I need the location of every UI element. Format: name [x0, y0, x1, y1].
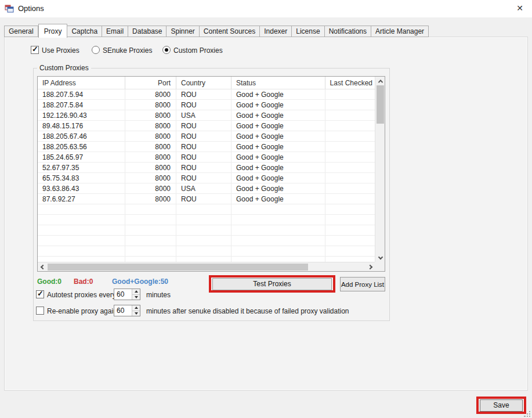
reenable-minutes-stepper[interactable]: 60: [114, 305, 140, 316]
tab-content-sources[interactable]: Content Sources: [200, 26, 260, 37]
table-cell-ip: 89.48.15.176: [38, 121, 125, 131]
horizontal-scroll-thumb[interactable]: [48, 264, 308, 271]
stepper-down-icon[interactable]: [132, 295, 140, 300]
stepper-down-icon[interactable]: [132, 311, 140, 316]
tab-license[interactable]: License: [292, 26, 324, 37]
add-proxy-list-button[interactable]: Add Proxy List: [340, 277, 385, 291]
table-cell-ip: [38, 204, 125, 214]
table-row: [38, 246, 375, 257]
vertical-scrollbar[interactable]: [375, 77, 385, 262]
table-cell-ip: 188.207.5.84: [38, 100, 125, 110]
table-cell-port: 8000: [125, 121, 176, 131]
senuke-radio[interactable]: [92, 46, 100, 54]
table-cell-ip: [38, 246, 125, 256]
reenable-checkbox[interactable]: [36, 307, 44, 315]
table-cell-country: ROU: [176, 131, 231, 141]
close-icon[interactable]: ✕: [508, 0, 532, 16]
vertical-scroll-thumb[interactable]: [377, 85, 384, 124]
column-header-last[interactable]: Last Checked: [325, 77, 375, 89]
table-cell-last: [325, 236, 375, 246]
column-header-ip[interactable]: IP Address: [38, 77, 125, 89]
table-cell-country: [176, 236, 231, 246]
column-header-country[interactable]: Country: [176, 77, 231, 89]
table-cell-port: 8000: [125, 131, 176, 141]
table-row[interactable]: 192.126.90.438000USAGood + Google: [38, 110, 375, 121]
table-row[interactable]: 188.207.5.848000ROUGood + Google: [38, 100, 375, 110]
table-cell-country: ROU: [176, 173, 231, 183]
tab-proxy[interactable]: Proxy: [38, 24, 68, 38]
proxy-table-body: 188.207.5.948000ROUGood + Google188.207.…: [38, 89, 375, 262]
table-row[interactable]: 87.6.92.278000ROUGood + Google: [38, 194, 375, 204]
table-cell-status: [231, 215, 325, 225]
table-cell-last: [325, 183, 375, 193]
autotest-suffix: minutes: [146, 291, 171, 299]
table-cell-last: [325, 246, 375, 256]
table-row[interactable]: 188.205.67.468000ROUGood + Google: [38, 131, 375, 142]
table-cell-last: [325, 215, 375, 225]
custom-radio[interactable]: [162, 46, 171, 54]
table-cell-last: [325, 100, 375, 110]
table-cell-country: USA: [176, 183, 231, 193]
table-cell-status: Good + Google: [231, 173, 325, 183]
app-icon: [5, 4, 14, 13]
table-cell-country: ROU: [176, 194, 231, 204]
tab-indexer[interactable]: Indexer: [260, 26, 292, 37]
column-header-status[interactable]: Status: [231, 77, 325, 89]
save-highlight: Save: [476, 397, 526, 414]
table-cell-ip: 185.24.65.97: [38, 152, 125, 162]
table-cell-ip: 192.126.90.43: [38, 110, 125, 120]
tab-article-manager[interactable]: Article Manager: [371, 26, 429, 37]
proxy-table: IP AddressPortCountryStatusLast Checked …: [37, 76, 385, 272]
column-header-port[interactable]: Port: [125, 77, 176, 89]
tab-notifications[interactable]: Notifications: [325, 26, 371, 37]
tab-email[interactable]: Email: [102, 26, 128, 37]
table-cell-status: Good + Google: [231, 152, 325, 162]
table-row[interactable]: 188.207.5.948000ROUGood + Google: [38, 89, 375, 100]
good-google-counter: Good+Google:50: [112, 278, 168, 286]
table-row[interactable]: 89.48.15.1768000ROUGood + Google: [38, 121, 375, 131]
scroll-right-icon[interactable]: [365, 262, 375, 271]
proxy-table-header: IP AddressPortCountryStatusLast Checked: [38, 77, 375, 89]
table-cell-status: Good + Google: [231, 142, 325, 152]
table-cell-ip: 52.67.97.35: [38, 163, 125, 172]
table-row[interactable]: 188.205.63.568000ROUGood + Google: [38, 142, 375, 152]
save-button[interactable]: Save: [480, 399, 523, 412]
table-cell-country: [176, 257, 231, 262]
resize-grip-icon[interactable]: [524, 410, 531, 417]
table-row[interactable]: 185.24.65.978000ROUGood + Google: [38, 152, 375, 163]
scroll-up-icon[interactable]: [375, 77, 385, 86]
table-cell-country: USA: [176, 110, 231, 120]
table-row[interactable]: 93.63.86.438000USAGood + Google: [38, 183, 375, 194]
tab-captcha[interactable]: Captcha: [67, 26, 102, 37]
scrollbar-corner: [375, 262, 385, 271]
table-row[interactable]: 52.67.97.358000ROUGood + Google: [38, 163, 375, 173]
senuke-proxies-label: SEnuke Proxies: [103, 46, 152, 55]
table-cell-port: [125, 204, 176, 214]
scroll-left-icon[interactable]: [38, 262, 48, 271]
use-proxies-checkbox[interactable]: [31, 46, 39, 54]
stepper-up-icon[interactable]: [132, 289, 140, 295]
tab-spinner[interactable]: Spinner: [167, 26, 199, 37]
table-cell-status: Good + Google: [231, 89, 325, 99]
table-cell-last: [325, 204, 375, 214]
stepper-up-icon[interactable]: [132, 305, 140, 311]
autotest-checkbox[interactable]: [36, 290, 44, 298]
horizontal-scrollbar[interactable]: [38, 262, 375, 271]
table-cell-status: Good + Google: [231, 100, 325, 110]
table-cell-country: ROU: [176, 100, 231, 110]
scroll-down-icon[interactable]: [375, 253, 385, 262]
table-cell-ip: [38, 257, 125, 262]
table-cell-status: Good + Google: [231, 194, 325, 204]
table-cell-status: Good + Google: [231, 183, 325, 193]
table-cell-ip: 93.63.86.43: [38, 183, 125, 193]
tab-general[interactable]: General: [4, 26, 38, 37]
autotest-minutes-stepper[interactable]: 60: [114, 289, 140, 300]
test-proxies-button[interactable]: Test Proxies: [212, 278, 332, 290]
table-cell-port: [125, 236, 176, 246]
tab-database[interactable]: Database: [128, 26, 167, 37]
table-row[interactable]: 65.75.34.838000ROUGood + Google: [38, 173, 375, 183]
good-counter: Good:0: [37, 278, 61, 286]
table-row: [38, 204, 375, 215]
table-cell-port: 8000: [125, 142, 176, 152]
table-cell-last: [325, 110, 375, 120]
